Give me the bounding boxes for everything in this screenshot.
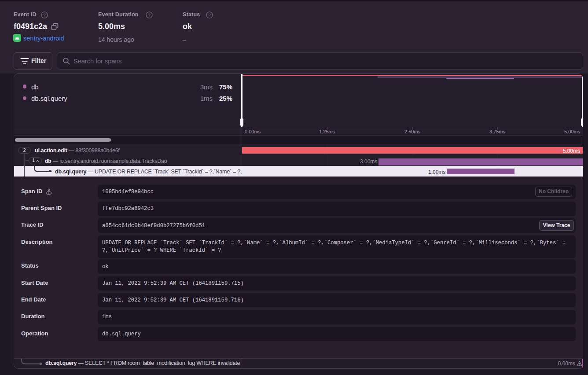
svg-text:?: ? — [43, 12, 45, 17]
svg-text:?: ? — [148, 12, 150, 17]
svg-text:?: ? — [208, 12, 210, 17]
